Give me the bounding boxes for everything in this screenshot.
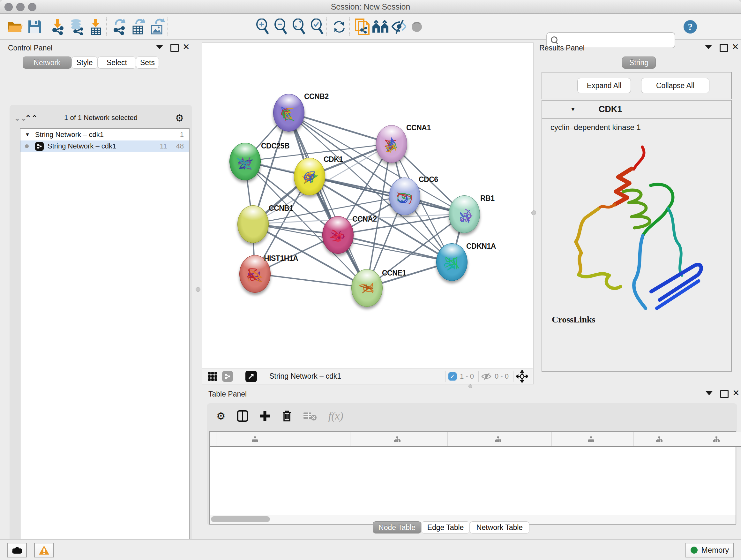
column-header[interactable] (448, 432, 552, 447)
string-view-icon[interactable] (222, 371, 233, 382)
hide-selection-icon[interactable] (390, 18, 407, 36)
network-node-cdc6[interactable] (389, 178, 420, 215)
pan-crosshair-icon[interactable] (516, 370, 528, 382)
new-network-from-selection-icon[interactable] (354, 18, 371, 36)
toolbar-separator (349, 17, 350, 36)
tab-edge-table[interactable]: Edge Table (421, 521, 470, 534)
network-canvas[interactable]: CCNB2CCNA1CDC25BCDK1CDC6RB1CCNB1CCNA2CDK… (202, 43, 533, 368)
column-header[interactable] (216, 432, 297, 447)
warnings-button[interactable] (34, 543, 54, 557)
cloud-icon (11, 546, 23, 554)
table-panel-close-button[interactable]: ✕ (732, 389, 741, 397)
tab-node-table[interactable]: Node Table (373, 521, 421, 534)
control-panel-maximize-button[interactable] (171, 44, 179, 52)
apply-layout-icon[interactable] (331, 18, 348, 36)
zoom-in-icon[interactable] (254, 18, 271, 36)
import-table-from-file-icon[interactable] (87, 18, 105, 36)
collection-expand-arrow[interactable]: ▼ (25, 132, 30, 138)
zoom-fit-icon[interactable] (290, 18, 307, 36)
first-neighbors-icon[interactable] (372, 18, 389, 36)
open-session-icon[interactable] (6, 18, 23, 36)
column-header[interactable] (297, 432, 350, 447)
network-tab-content: ⌄⌄ ⌃⌃ 1 of 1 Network selected ⚙ ▼ String… (10, 105, 192, 560)
network-node-ccna1[interactable] (376, 125, 407, 163)
tab-network-table[interactable]: Network Table (470, 521, 529, 534)
network-node-ccna2[interactable] (322, 216, 354, 254)
entry-collapse-arrow[interactable]: ▼ (570, 106, 576, 113)
import-network-from-file-icon[interactable] (49, 18, 66, 36)
import-network-from-database-icon[interactable] (68, 18, 85, 36)
zoom-out-icon[interactable] (272, 18, 289, 36)
toolbar-separator (167, 17, 168, 36)
control-panel-float-button[interactable] (156, 45, 164, 53)
memory-status-dot (690, 547, 697, 554)
results-panel-float-button[interactable] (705, 45, 713, 53)
scrollbar-thumb[interactable] (211, 516, 270, 522)
network-edge-count: 48 (176, 142, 184, 150)
network-node-cdc25b[interactable] (229, 143, 261, 180)
save-session-icon[interactable] (26, 18, 44, 36)
column-header[interactable] (552, 432, 634, 447)
cloud-button[interactable] (7, 543, 27, 557)
results-panel-maximize-button[interactable] (720, 44, 728, 52)
network-edge[interactable] (288, 112, 367, 288)
tab-network[interactable]: Network (23, 57, 71, 69)
control-panel: Control Panel ✕ Network Style Select Set… (0, 40, 195, 539)
network-edge[interactable] (255, 273, 367, 288)
main-toolbar: ? (0, 14, 741, 40)
birds-eye-view-icon[interactable] (207, 371, 218, 381)
hidden-eye-icon[interactable] (481, 373, 491, 380)
network-node-ccnb1[interactable] (238, 205, 269, 243)
protein-structure-image (547, 136, 726, 314)
network-collection-row[interactable]: ▼ String Network – cdk1 1 (20, 129, 189, 140)
export-image-icon[interactable] (148, 18, 165, 36)
left-splitter-handle[interactable] (196, 287, 200, 292)
node-label: CDC25B (261, 142, 289, 150)
table-row[interactable] (210, 447, 741, 461)
delete-table-icon[interactable] (304, 411, 317, 421)
zoom-selected-icon[interactable] (308, 18, 326, 36)
tab-style[interactable]: Style (71, 57, 98, 69)
delete-column-icon[interactable] (282, 410, 292, 422)
table-cell (448, 447, 552, 461)
add-column-icon[interactable] (259, 411, 270, 422)
network-edge[interactable] (309, 176, 464, 214)
network-node-count: 11 (160, 142, 167, 150)
function-builder-icon[interactable]: f(x) (328, 410, 343, 422)
table-panel-float-button[interactable] (705, 391, 714, 399)
network-node-ccne1[interactable] (351, 269, 383, 307)
export-network-icon[interactable] (110, 18, 127, 36)
tab-select[interactable]: Select (98, 57, 136, 69)
network-node-ccnb2[interactable] (273, 94, 305, 132)
network-node-cdk1[interactable] (294, 158, 325, 195)
table-panel-maximize-button[interactable] (720, 390, 729, 398)
table-options-gear-icon[interactable]: ⚙ (216, 410, 226, 422)
column-header[interactable] (350, 432, 448, 447)
results-panel-close-button[interactable]: ✕ (732, 43, 740, 51)
selected-count-checkbox[interactable]: ✓ (448, 372, 457, 381)
export-table-icon[interactable] (129, 18, 146, 36)
help-button[interactable]: ? (682, 18, 699, 36)
column-header[interactable] (688, 432, 741, 447)
tab-string-results[interactable]: String (622, 57, 656, 69)
node-label: RB1 (480, 194, 495, 203)
network-options-gear-icon[interactable]: ⚙ (175, 112, 184, 124)
control-panel-close-button[interactable]: ✕ (183, 43, 191, 51)
network-node-cdkn1a[interactable] (436, 243, 468, 281)
open-in-window-icon[interactable] (246, 371, 257, 382)
network-view-toolbar: String Network – cdk1 ✓ 1 - 0 0 - 0 (202, 368, 533, 384)
results-panel: Results Panel ✕ String Expand All Collap… (535, 40, 741, 388)
tab-sets[interactable]: Sets (136, 57, 159, 69)
show-columns-icon[interactable] (237, 410, 248, 422)
memory-button[interactable]: Memory (685, 543, 734, 557)
show-all-icon[interactable] (408, 18, 425, 36)
table-cell (634, 447, 688, 461)
column-header[interactable] (634, 432, 688, 447)
network-node-rb1[interactable] (449, 195, 480, 233)
memory-label: Memory (701, 546, 729, 555)
collapse-all-button[interactable]: Collapse All (641, 78, 710, 93)
network-row[interactable]: String Network – cdk1 11 48 (20, 140, 189, 152)
table-cell (350, 447, 448, 461)
crosslinks-title: CrossLinks (552, 314, 612, 325)
expand-all-button[interactable]: Expand All (577, 78, 631, 93)
